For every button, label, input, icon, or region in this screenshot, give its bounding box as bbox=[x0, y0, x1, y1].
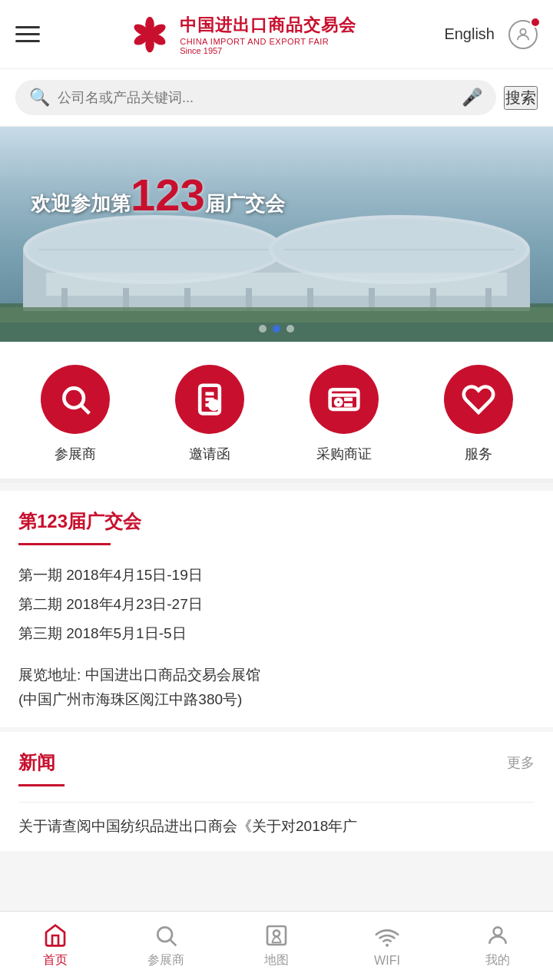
banner: 欢迎参加第 123 届广交会 bbox=[0, 127, 553, 342]
logo-text: 中国进出口商品交易会 CHINA IMPORT AND EXPORT FAIR … bbox=[180, 14, 356, 55]
action-exhibitors[interactable]: 参展商 bbox=[41, 365, 110, 463]
banner-suffix: 届广交会 bbox=[205, 190, 285, 217]
banner-dot-3[interactable] bbox=[286, 325, 294, 333]
header: 中国进出口商品交易会 CHINA IMPORT AND EXPORT FAIR … bbox=[0, 0, 553, 69]
logo-icon bbox=[127, 12, 172, 57]
action-invitation-label: 邀请函 bbox=[189, 445, 230, 463]
schedule-container: 第一期 2018年4月15日-19日第二期 2018年4月23日-27日第三期 … bbox=[18, 561, 535, 649]
map-icon bbox=[264, 923, 289, 948]
nav-user-icon bbox=[485, 923, 510, 948]
logo-since: Since 1957 bbox=[180, 46, 222, 55]
news-more-button[interactable]: 更多 bbox=[507, 753, 535, 772]
badge-icon bbox=[327, 382, 361, 416]
news-container: 关于请查阅中国纺织品进出口商会《关于对2018年广 bbox=[18, 802, 535, 850]
news-header: 新闻 更多 bbox=[18, 750, 535, 775]
action-exhibitors-label: 参展商 bbox=[55, 445, 96, 463]
action-invitation[interactable]: 邀请函 bbox=[175, 365, 244, 463]
action-service[interactable]: 服务 bbox=[444, 365, 513, 463]
banner-dot-1[interactable] bbox=[259, 325, 267, 333]
svg-rect-25 bbox=[0, 307, 553, 323]
action-exhibitors-circle bbox=[41, 365, 110, 434]
address-line2: (中国广州市海珠区阅江中路380号) bbox=[18, 687, 535, 712]
language-switch[interactable]: English bbox=[444, 25, 495, 43]
svg-point-43 bbox=[386, 943, 389, 946]
search-input-wrap[interactable]: 🔍 🎤 bbox=[15, 80, 496, 115]
search-button[interactable]: 搜索 bbox=[504, 86, 538, 110]
action-invitation-circle bbox=[175, 365, 244, 434]
nav-exhibitors[interactable]: 参展商 bbox=[127, 923, 204, 968]
nav-home-label: 首页 bbox=[43, 952, 68, 968]
logo-cn: 中国进出口商品交易会 bbox=[180, 14, 356, 37]
svg-rect-16 bbox=[46, 273, 507, 296]
svg-point-36 bbox=[336, 399, 341, 405]
action-service-label: 服务 bbox=[465, 445, 492, 463]
banner-background: 欢迎参加第 123 届广交会 bbox=[0, 127, 553, 342]
action-badge[interactable]: 采购商证 bbox=[310, 365, 379, 463]
address-line1: 展览地址: 中国进出口商品交易会展馆 bbox=[18, 663, 535, 687]
banner-welcome: 欢迎参加第 bbox=[31, 190, 131, 217]
svg-point-42 bbox=[273, 930, 280, 936]
quick-actions: 参展商 邀请函 采购商证 bbox=[0, 342, 553, 483]
nav-map[interactable]: 地图 bbox=[238, 923, 315, 968]
action-badge-circle bbox=[310, 365, 379, 434]
bottom-nav: 首页 参展商 地图 WIFI 我的 bbox=[0, 911, 553, 980]
invitation-icon bbox=[193, 382, 227, 416]
nav-wifi[interactable]: WIFI bbox=[349, 925, 426, 968]
fair-info-section: 第123届广交会 第一期 2018年4月15日-19日第二期 2018年4月23… bbox=[0, 491, 553, 727]
service-icon bbox=[462, 382, 495, 416]
nav-exhibitors-label: 参展商 bbox=[147, 952, 184, 968]
user-notification-dot bbox=[530, 17, 541, 28]
search-bar: 🔍 🎤 搜索 bbox=[0, 69, 553, 127]
action-service-circle bbox=[444, 365, 513, 434]
banner-number: 123 bbox=[131, 173, 205, 217]
svg-point-7 bbox=[520, 28, 525, 34]
svg-point-26 bbox=[64, 388, 84, 408]
nav-home[interactable]: 首页 bbox=[17, 923, 94, 968]
nav-search-icon bbox=[154, 923, 178, 948]
user-button[interactable] bbox=[508, 20, 538, 49]
header-right: English bbox=[444, 20, 538, 49]
banner-dots bbox=[259, 325, 294, 333]
nav-wifi-label: WIFI bbox=[374, 954, 400, 968]
nav-mine-label: 我的 bbox=[485, 952, 510, 968]
schedule-item: 第一期 2018年4月15日-19日 bbox=[18, 561, 535, 590]
news-item[interactable]: 关于请查阅中国纺织品进出口商会《关于对2018年广 bbox=[18, 802, 535, 850]
banner-dot-2[interactable] bbox=[273, 325, 280, 333]
news-title: 新闻 bbox=[18, 750, 55, 775]
wifi-icon bbox=[375, 925, 399, 949]
address-block: 展览地址: 中国进出口商品交易会展馆 (中国广州市海珠区阅江中路380号) bbox=[18, 663, 535, 713]
fair-info-divider bbox=[18, 543, 111, 545]
search-input[interactable] bbox=[58, 90, 454, 106]
svg-point-6 bbox=[144, 29, 155, 40]
news-divider bbox=[18, 784, 65, 786]
svg-line-27 bbox=[81, 406, 89, 413]
logo-en: CHINA IMPORT AND EXPORT FAIR bbox=[180, 37, 329, 46]
microphone-icon[interactable]: 🎤 bbox=[462, 88, 482, 108]
schedule-item: 第三期 2018年5月1日-5日 bbox=[18, 619, 535, 648]
svg-line-33 bbox=[212, 404, 215, 407]
menu-button[interactable] bbox=[15, 26, 40, 42]
search-icon: 🔍 bbox=[29, 88, 50, 108]
action-badge-label: 采购商证 bbox=[316, 445, 372, 463]
nav-mine[interactable]: 我的 bbox=[459, 923, 536, 968]
exhibitors-icon bbox=[58, 382, 92, 416]
home-icon bbox=[43, 923, 68, 948]
logo: 中国进出口商品交易会 CHINA IMPORT AND EXPORT FAIR … bbox=[127, 12, 356, 57]
nav-map-label: 地图 bbox=[264, 952, 289, 968]
svg-line-40 bbox=[171, 940, 176, 945]
fair-info-title: 第123届广交会 bbox=[18, 509, 535, 534]
news-section: 新闻 更多 关于请查阅中国纺织品进出口商会《关于对2018年广 bbox=[0, 732, 553, 850]
schedule-item: 第二期 2018年4月23日-27日 bbox=[18, 590, 535, 619]
svg-point-44 bbox=[494, 927, 502, 935]
banner-building-svg bbox=[0, 196, 553, 342]
svg-point-39 bbox=[157, 927, 172, 942]
banner-text: 欢迎参加第 123 届广交会 bbox=[31, 173, 285, 217]
